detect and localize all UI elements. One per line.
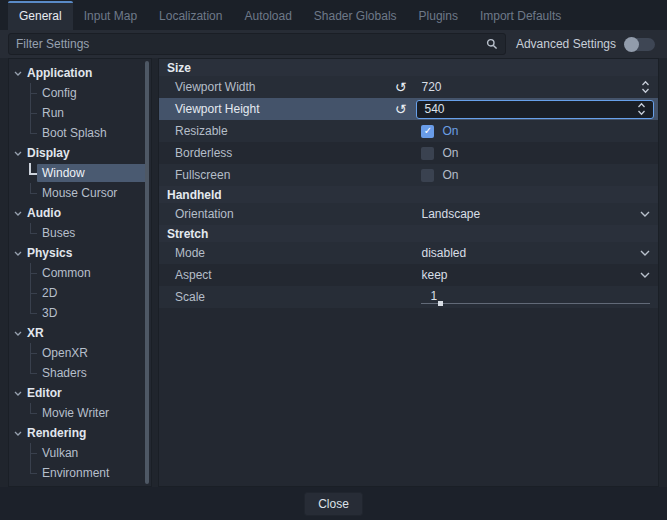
tree-section-xr[interactable]: XR (9, 323, 151, 343)
setting-row-mode: Mode disabled (159, 242, 658, 264)
dropdown-value: Landscape (421, 207, 480, 221)
search-icon (486, 38, 498, 50)
tree-section-rendering[interactable]: Rendering (9, 423, 151, 443)
settings-category-tree: Application Config Run Boot Splash Displ… (8, 58, 152, 487)
fullscreen-checkbox[interactable]: ✓ (421, 169, 434, 182)
slider-track[interactable] (421, 303, 650, 304)
setting-row-borderless: Borderless ✓ On (159, 142, 658, 164)
setting-label: Viewport Width (175, 80, 255, 94)
chevron-down-icon (640, 272, 650, 278)
advanced-settings: Advanced Settings (516, 37, 657, 51)
checkbox-state-label: On (442, 146, 458, 160)
spin-value: 720 (421, 80, 441, 94)
tab-input-map[interactable]: Input Map (73, 1, 148, 30)
filter-settings-input[interactable] (8, 33, 506, 55)
toggle-knob (624, 37, 639, 52)
tree-item-vulkan[interactable]: Vulkan (9, 443, 151, 463)
chevron-down-icon[interactable] (14, 211, 22, 216)
tree-item-buses[interactable]: Buses (9, 223, 151, 243)
section-header-stretch: Stretch (159, 225, 658, 242)
tab-plugins[interactable]: Plugins (408, 1, 469, 30)
sidebar-scrollbar[interactable] (145, 61, 149, 484)
setting-row-viewport-width: Viewport Width ↺ 720 (159, 76, 658, 98)
slider-handle[interactable] (438, 301, 443, 306)
tree-section-editor[interactable]: Editor (9, 383, 151, 403)
tree-item-common[interactable]: Common (9, 263, 151, 283)
setting-row-fullscreen: Fullscreen ✓ On (159, 164, 658, 186)
project-settings-dialog: { "tabs": [ { "label": "General", "activ… (0, 0, 667, 520)
mode-dropdown[interactable]: disabled (413, 242, 658, 264)
section-header-size: Size (159, 59, 658, 76)
resizable-checkbox[interactable]: ✓ (421, 125, 434, 138)
check-icon: ✓ (424, 126, 432, 136)
chevron-down-icon[interactable] (14, 331, 22, 336)
scale-slider[interactable]: 1 (421, 286, 650, 308)
filter-row: Advanced Settings (0, 30, 667, 58)
dropdown-value: keep (421, 268, 447, 282)
close-button[interactable]: Close (304, 492, 363, 516)
tree-item-environment[interactable]: Environment (9, 463, 151, 483)
revert-icon[interactable]: ↺ (395, 80, 407, 94)
chevron-down-icon (640, 211, 650, 217)
chevron-down-icon (640, 250, 650, 256)
setting-label: Aspect (175, 268, 212, 282)
tab-general[interactable]: General (8, 1, 73, 30)
spin-updown-icon[interactable] (641, 80, 650, 94)
setting-row-scale: Scale 1 (159, 286, 658, 308)
aspect-dropdown[interactable]: keep (413, 264, 658, 286)
tree-section-display[interactable]: Display (9, 143, 151, 163)
tree-item-shaders[interactable]: Shaders (9, 363, 151, 383)
setting-row-resizable: Resizable ✓ On (159, 120, 658, 142)
setting-label: Resizable (175, 124, 228, 138)
tree-item-boot-splash[interactable]: Boot Splash (9, 123, 151, 143)
chevron-down-icon[interactable] (14, 391, 22, 396)
tree: Application Config Run Boot Splash Displ… (9, 59, 151, 483)
tree-section-application[interactable]: Application (9, 63, 151, 83)
slider-value: 1 (430, 289, 437, 303)
chevron-down-icon[interactable] (14, 151, 22, 156)
checkbox-state-label: On (442, 168, 458, 182)
advanced-settings-toggle[interactable] (625, 38, 655, 51)
tab-localization[interactable]: Localization (148, 1, 233, 30)
tree-section-physics[interactable]: Physics (9, 243, 151, 263)
setting-label: Scale (175, 290, 205, 304)
tree-section-audio[interactable]: Audio (9, 203, 151, 223)
tab-import-defaults[interactable]: Import Defaults (469, 1, 572, 30)
chevron-down-icon[interactable] (14, 251, 22, 256)
tree-item-movie-writer[interactable]: Movie Writer (9, 403, 151, 423)
tree-item-openxr[interactable]: OpenXR (9, 343, 151, 363)
setting-label: Borderless (175, 146, 232, 160)
tree-item-mouse-cursor[interactable]: Mouse Cursor (9, 183, 151, 203)
dialog-bottom-bar: Close (0, 487, 667, 520)
filter-settings-field[interactable] (16, 37, 486, 51)
settings-inspector: Size Viewport Width ↺ 720 Viewport Heigh… (158, 58, 659, 487)
tab-shader-globals[interactable]: Shader Globals (303, 1, 408, 30)
setting-label: Orientation (175, 207, 234, 221)
chevron-down-icon[interactable] (14, 71, 22, 76)
viewport-width-spinbox[interactable]: 720 (413, 76, 658, 98)
borderless-checkbox[interactable]: ✓ (421, 147, 434, 160)
viewport-height-spinbox-focused[interactable]: 540 (416, 100, 654, 119)
revert-icon[interactable]: ↺ (395, 102, 407, 116)
setting-label: Mode (175, 246, 205, 260)
tab-autoload[interactable]: Autoload (233, 1, 302, 30)
spin-value: 540 (424, 102, 444, 116)
settings-tabbar: General Input Map Localization Autoload … (0, 0, 667, 30)
checkbox-state-label: On (442, 124, 458, 138)
setting-row-aspect: Aspect keep (159, 264, 658, 286)
advanced-settings-label: Advanced Settings (516, 37, 616, 51)
tree-item-window[interactable]: Window (9, 163, 151, 183)
orientation-dropdown[interactable]: Landscape (413, 203, 658, 225)
spin-updown-icon[interactable] (637, 102, 646, 116)
tree-item-2d[interactable]: 2D (9, 283, 151, 303)
setting-label: Viewport Height (175, 102, 260, 116)
setting-row-orientation: Orientation Landscape (159, 203, 658, 225)
tree-item-3d[interactable]: 3D (9, 303, 151, 323)
settings-content: Application Config Run Boot Splash Displ… (8, 58, 659, 487)
section-header-handheld: Handheld (159, 186, 658, 203)
setting-label: Fullscreen (175, 168, 230, 182)
tree-item-config[interactable]: Config (9, 83, 151, 103)
setting-row-viewport-height: Viewport Height ↺ 540 (159, 98, 658, 120)
chevron-down-icon[interactable] (14, 431, 22, 436)
tree-item-run[interactable]: Run (9, 103, 151, 123)
